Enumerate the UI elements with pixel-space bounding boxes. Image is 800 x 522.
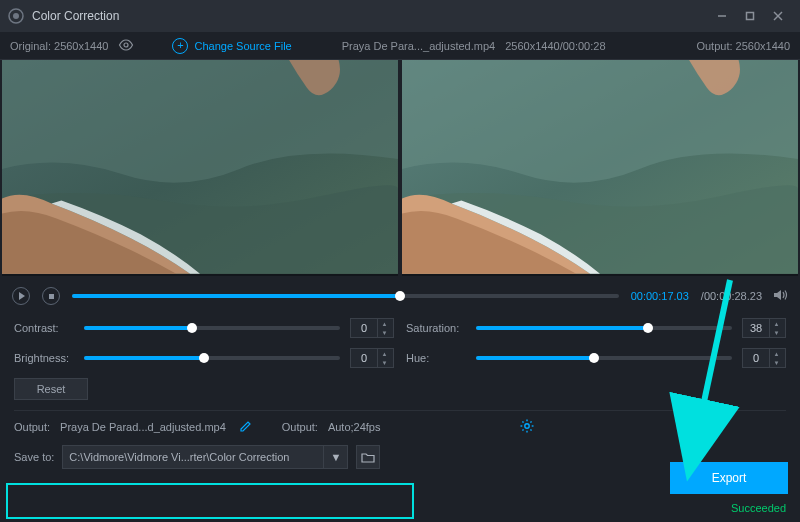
window-title: Color Correction [32, 9, 708, 23]
svg-marker-9 [19, 292, 25, 300]
stepper-up-icon[interactable]: ▲ [770, 319, 783, 328]
time-current: 00:00:17.03 [631, 290, 689, 302]
adjustment-controls: Contrast: ▲▼ Saturation: ▲▼ Brightness: … [0, 312, 800, 400]
change-source-label: Change Source File [194, 40, 291, 52]
output-label-1: Output: [14, 421, 50, 433]
hue-label: Hue: [406, 352, 466, 364]
svg-rect-10 [49, 294, 54, 299]
browse-folder-button[interactable] [356, 445, 380, 469]
info-bar: Original: 2560x1440 + Change Source File… [0, 32, 800, 60]
plus-icon: + [172, 38, 188, 54]
output-filename: Praya De Parad...d_adjusted.mp4 [60, 421, 226, 433]
contrast-value-input[interactable]: ▲▼ [350, 318, 394, 338]
hue-value-input[interactable]: ▲▼ [742, 348, 786, 368]
original-preview [2, 60, 398, 276]
stepper-up-icon[interactable]: ▲ [378, 319, 391, 328]
reset-button[interactable]: Reset [14, 378, 88, 400]
title-bar: Color Correction [0, 0, 800, 32]
stepper-down-icon[interactable]: ▼ [770, 328, 783, 337]
stepper-up-icon[interactable]: ▲ [378, 349, 391, 358]
output-resolution: Output: 2560x1440 [696, 40, 790, 52]
saturation-value-input[interactable]: ▲▼ [742, 318, 786, 338]
save-path-input[interactable] [63, 451, 323, 463]
edit-filename-icon[interactable] [240, 420, 252, 434]
output-info-row: Output: Praya De Parad...d_adjusted.mp4 … [0, 411, 800, 435]
svg-marker-11 [774, 290, 781, 300]
saturation-label: Saturation: [406, 322, 466, 334]
save-path-field[interactable]: ▼ [62, 445, 348, 469]
svg-line-19 [531, 421, 532, 422]
source-resolution-time: 2560x1440/00:00:28 [505, 40, 605, 52]
output-preview [402, 60, 798, 276]
settings-icon[interactable] [520, 419, 534, 435]
output-format: Auto;24fps [328, 421, 381, 433]
stepper-down-icon[interactable]: ▼ [378, 328, 391, 337]
source-filename: Praya De Para..._adjusted.mp4 [342, 40, 495, 52]
stepper-down-icon[interactable]: ▼ [378, 358, 391, 367]
stepper-up-icon[interactable]: ▲ [770, 349, 783, 358]
saturation-slider[interactable] [476, 326, 732, 330]
volume-icon[interactable] [774, 289, 788, 303]
change-source-button[interactable]: + Change Source File [172, 38, 291, 54]
preview-toggle-icon[interactable] [118, 39, 134, 53]
maximize-button[interactable] [736, 2, 764, 30]
brightness-value-input[interactable]: ▲▼ [350, 348, 394, 368]
preview-area [0, 60, 800, 276]
svg-line-20 [523, 429, 524, 430]
save-to-label: Save to: [14, 451, 54, 463]
app-icon [8, 8, 24, 24]
annotation-highlight-save [6, 483, 414, 519]
svg-point-12 [525, 424, 529, 428]
svg-point-6 [124, 43, 128, 47]
svg-line-17 [523, 421, 524, 422]
progress-slider[interactable] [72, 294, 619, 298]
original-resolution: Original: 2560x1440 [10, 40, 108, 52]
output-label-2: Output: [282, 421, 318, 433]
minimize-button[interactable] [708, 2, 736, 30]
save-path-dropdown[interactable]: ▼ [323, 446, 347, 468]
export-button[interactable]: Export [670, 462, 788, 494]
svg-line-18 [531, 429, 532, 430]
playback-bar: 00:00:17.03/00:00:28.23 [0, 280, 800, 312]
hue-slider[interactable] [476, 356, 732, 360]
contrast-label: Contrast: [14, 322, 74, 334]
stop-button[interactable] [42, 287, 60, 305]
close-button[interactable] [764, 2, 792, 30]
brightness-label: Brightness: [14, 352, 74, 364]
time-total: /00:00:28.23 [701, 290, 762, 302]
play-button[interactable] [12, 287, 30, 305]
svg-point-1 [13, 13, 19, 19]
brightness-slider[interactable] [84, 356, 340, 360]
contrast-slider[interactable] [84, 326, 340, 330]
status-succeeded: Succeeded [731, 502, 786, 514]
svg-rect-3 [747, 13, 754, 20]
stepper-down-icon[interactable]: ▼ [770, 358, 783, 367]
